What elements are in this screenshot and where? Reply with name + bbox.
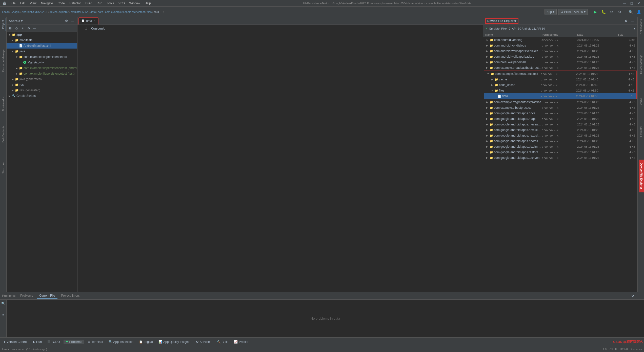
bottom-inspect-icon[interactable]: 🔍 (1, 301, 6, 306)
tool-run[interactable]: ▶ Run (31, 340, 44, 344)
file-row-broadcastbestpractice[interactable]: ▶ 📁 com.example.broadcastbestpractice dr… (483, 65, 637, 71)
tool-build[interactable]: 🔨 Build (215, 340, 231, 344)
collapse-all-btn[interactable]: ⊟ (8, 26, 13, 31)
menu-help[interactable]: Help (143, 1, 153, 6)
status-format[interactable]: UTF-8 (620, 348, 628, 351)
debug-btn[interactable]: 🐛 (600, 9, 607, 15)
tool-terminal[interactable]: ▭ Terminal (86, 340, 105, 344)
menu-refactor[interactable]: Refactor (67, 1, 83, 6)
project-close-icon[interactable]: — (70, 18, 75, 24)
sidebar-item-gradle[interactable]: Gradle (638, 96, 643, 108)
menu-build[interactable]: Build (83, 1, 94, 6)
tool-version-control[interactable]: ⬆ Version Control (1, 340, 29, 344)
device-minimize-icon[interactable]: — (630, 18, 635, 24)
device-dropdown[interactable]: ☐ Pixel 2 API 30 ▾ (558, 9, 588, 15)
tree-item-res[interactable]: ▶ 📁 res (7, 82, 77, 87)
sidebar-item-emulator[interactable]: Emulator (638, 124, 643, 139)
tree-item-androidmanifest[interactable]: 📄 AndroidManifest.xml (7, 43, 77, 49)
project-gear-icon[interactable]: ⚙ (64, 18, 69, 24)
device-settings-icon[interactable]: ⚙ (623, 18, 629, 24)
tool-logcat[interactable]: 📋 Logcat (137, 340, 155, 344)
code-content[interactable]: Content (91, 27, 481, 290)
tab-problems[interactable]: Problems (18, 293, 36, 299)
status-line-col[interactable]: 1:8 (603, 348, 607, 351)
file-row-apps-tachyon[interactable]: ▶ 📁 com.google.android.apps.tachyon drwx… (483, 155, 637, 161)
sidebar-item-project[interactable]: Project (1, 18, 6, 31)
minimize-btn[interactable]: — (621, 0, 628, 7)
android-dropdown[interactable]: Android ▾ (9, 19, 23, 23)
file-row-cache[interactable]: ▶ 📁 cache drwxrws--x 2024-08-13 02:40 4 … (484, 77, 636, 82)
tree-item-java[interactable]: ▼ 📁 java (7, 49, 77, 54)
tab-close-data[interactable]: ✕ (93, 19, 95, 22)
menu-vcs[interactable]: VCS (116, 1, 127, 6)
sidebar-item-notifications[interactable]: Notifications (638, 17, 643, 36)
bottom-minimize-icon[interactable]: — (636, 293, 642, 299)
filter-btn[interactable]: ≡ (20, 26, 25, 31)
run-btn[interactable]: ▶ (592, 9, 599, 15)
bc-local[interactable]: Local (2, 10, 9, 13)
editor-more-btn[interactable]: ⋮ (476, 18, 482, 24)
file-row-vpndialogs[interactable]: ▶ 📁 com.android.vpndialogs drwxrwx--x 20… (483, 43, 637, 48)
file-row-apps-messaging[interactable]: ▶ 📁 com.google.android.apps.messaging dr… (483, 122, 637, 127)
tab-current-file[interactable]: Current File (37, 293, 58, 299)
breadcrumb-up-btn[interactable]: ↑ (160, 9, 166, 15)
tree-item-gradle[interactable]: ▶ 🔧 Gradle Scripts (7, 93, 77, 99)
file-row-apps-restore[interactable]: ▶ 📁 com.google.android.apps.restore drwx… (483, 149, 637, 155)
file-row-vending[interactable]: ▶ 📁 com.android.vending drwxrwx--x 2024-… (483, 37, 637, 43)
status-encoding[interactable]: CRLF (610, 348, 617, 351)
file-row-apps-photos[interactable]: ▶ 📁 com.google.android.apps.photos drwxr… (483, 138, 637, 144)
tree-item-app[interactable]: ▼ 📁 app (7, 32, 77, 37)
search-btn[interactable]: 🔍 (627, 9, 634, 15)
tree-item-package[interactable]: ▼ 📁 com.example.filepersistencetest (7, 54, 77, 60)
bottom-settings-icon[interactable]: ⚙ (630, 293, 635, 299)
sidebar-item-bookmarks[interactable]: Bookmarks (1, 95, 6, 113)
sync-btn[interactable]: ↺ (608, 9, 615, 15)
bc-androidstudio[interactable]: AndroidStudio2022.1 (22, 10, 48, 13)
sidebar-item-build-variants[interactable]: Build Variants (1, 124, 6, 145)
menu-window[interactable]: Window (127, 1, 142, 6)
file-row-files[interactable]: ▼ 📁 files drwxrwx--x 2024-08-14 01:50 4 … (484, 88, 636, 93)
file-row-filepersistencetest[interactable]: ▼ 📁 com.example.filepersistencetest drwx… (484, 71, 636, 77)
bc-data2[interactable]: data (98, 10, 103, 13)
file-row-wallpaperbackup[interactable]: ▶ 📁 com.android.wallpaperbackup drwxrwx-… (483, 54, 637, 59)
settings-btn2[interactable]: ⚙ (26, 26, 31, 31)
file-row-code-cache[interactable]: ▶ 📁 code_cache drwxrws--x 2024-08-13 02:… (484, 82, 636, 88)
menu-file[interactable]: File (9, 1, 17, 6)
file-row-pixelmigrate[interactable]: ▶ 📁 com.google.android.apps.pixelmigrate… (483, 144, 637, 149)
sidebar-item-resource-manager[interactable]: Resource Manager (1, 47, 6, 74)
bc-files[interactable]: files (147, 10, 152, 13)
menu-view[interactable]: View (28, 1, 38, 6)
locate-btn[interactable]: ◎ (14, 26, 19, 31)
file-row-nexuslauncher1[interactable]: ▶ 📁 com.google.android.apps.nexuslaunche… (483, 127, 637, 133)
bc-google[interactable]: Google (11, 10, 19, 13)
bc-datafile[interactable]: data (154, 10, 159, 13)
file-row-fragmentbestpractice[interactable]: ▶ 📁 com.example.fragmentbestpractice drw… (483, 99, 637, 105)
tool-services[interactable]: ⚙ Services (194, 340, 213, 344)
bc-emulator[interactable]: emulator-5554 (70, 10, 88, 13)
menu-code[interactable]: Code (55, 1, 67, 6)
file-row-apps-maps[interactable]: ▶ 📁 com.google.android.apps.maps drwxrwx… (483, 116, 637, 122)
tree-item-androidtest[interactable]: ▶ 📁 com.example.filepersistencetest (and… (7, 65, 77, 71)
bc-data1[interactable]: data (90, 10, 96, 13)
run-config-dropdown[interactable]: app ▾ (545, 9, 557, 15)
tree-item-mainactivity[interactable]: 🅐 MainActivity (7, 60, 77, 65)
user-btn[interactable]: 👤 (635, 9, 642, 15)
file-row-uibestpractice[interactable]: ▶ 📁 com.example.uibestpractice drwxrwx--… (483, 105, 637, 111)
maximize-btn[interactable]: □ (628, 0, 635, 7)
tab-project-errors[interactable]: Project Errors (58, 293, 82, 299)
sidebar-item-structure[interactable]: Structure (1, 160, 6, 176)
status-spaces[interactable]: 4 spaces (631, 348, 642, 351)
device-dropdown-arrow[interactable]: ▾ (634, 27, 635, 30)
file-row-wallpapers18[interactable]: ▶ 📁 com.breel.wallpapers18 drwxrwx--x 20… (483, 59, 637, 65)
menu-navigate[interactable]: Navigate (39, 1, 55, 6)
tool-app-quality[interactable]: 📊 App Quality Insights (156, 340, 192, 344)
file-row-livepicker[interactable]: ▶ 📁 com.android.wallpaper.livepicker drw… (483, 48, 637, 54)
menu-tools[interactable]: Tools (105, 1, 116, 6)
file-row-nexuslauncher2[interactable]: ▶ 📁 com.google.android.apps.nexuslaunche… (483, 133, 637, 138)
menu-edit[interactable]: Edit (18, 1, 27, 6)
bc-package[interactable]: com.example.filepersistencetest (105, 10, 145, 13)
settings-btn[interactable]: ⚙ (616, 9, 623, 15)
tool-problems[interactable]: ⚑ Problems (64, 340, 84, 344)
tool-profiler[interactable]: 📈 Profiler (232, 340, 250, 344)
tool-todo[interactable]: ☰ TODO (45, 340, 62, 344)
